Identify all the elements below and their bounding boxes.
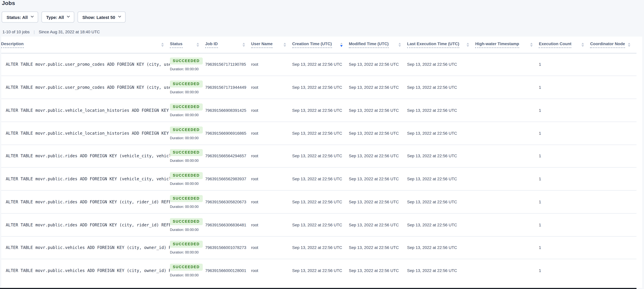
creation-time-cell: Sep 13, 2022 at 22:56 UTC	[292, 145, 349, 168]
table-row: ALTER TABLE movr.public.rides ADD FOREIG…	[1, 145, 636, 168]
execution-count-cell: 1	[539, 53, 590, 76]
user-name-cell: root	[251, 190, 292, 213]
execution-count-cell: 1	[539, 168, 590, 190]
duration-text: Duration: 00:00:00	[170, 250, 205, 254]
high-water-cell	[475, 99, 539, 122]
column-label: High-water Timestamp	[475, 41, 519, 48]
modified-time-cell: Sep 13, 2022 at 22:56 UTC	[349, 213, 407, 236]
modified-time-cell: Sep 13, 2022 at 22:56 UTC	[349, 145, 407, 168]
job-id-cell: 796391566001078273	[205, 236, 251, 259]
execution-count-cell: 1	[539, 122, 590, 145]
modified-time-cell: Sep 13, 2022 at 22:56 UTC	[349, 259, 407, 282]
type-filter-dropdown[interactable]: Type: All	[41, 12, 74, 23]
duration-text: Duration: 00:00:00	[170, 113, 205, 117]
column-label: Last Execution Time (UTC)	[407, 41, 459, 48]
modified-time-cell: Sep 13, 2022 at 22:56 UTC	[349, 236, 407, 259]
job-description-cell[interactable]: ALTER TABLE movr.public.vehicles ADD FOR…	[1, 259, 170, 282]
job-description-cell[interactable]: ALTER TABLE movr.public.vehicles ADD FOR…	[1, 236, 170, 259]
creation-time-cell: Sep 13, 2022 at 22:56 UTC	[292, 259, 349, 282]
table-header-row: DescriptionStatusJob IDUser NameCreation…	[1, 37, 636, 53]
status-badge: SUCCEEDED	[170, 195, 202, 202]
table-row: ALTER TABLE movr.public.vehicles ADD FOR…	[1, 259, 636, 282]
results-count: 1-10 of 10 jobs	[2, 29, 30, 34]
column-header-high-water[interactable]: High-water Timestamp	[475, 37, 539, 53]
table-row: ALTER TABLE movr.public.user_promo_codes…	[1, 76, 636, 99]
sort-arrows-icon	[398, 43, 401, 47]
column-label: Description	[1, 41, 24, 48]
chevron-down-icon	[67, 15, 70, 18]
status-badge: SUCCEEDED	[170, 264, 202, 271]
creation-time-cell: Sep 13, 2022 at 22:56 UTC	[292, 168, 349, 190]
table-row: ALTER TABLE movr.public.rides ADD FOREIG…	[1, 168, 636, 190]
column-header-status[interactable]: Status	[170, 37, 205, 53]
status-badge: SUCCEEDED	[170, 81, 202, 88]
job-id-cell: 796391566562983937	[205, 168, 251, 190]
column-label: Coordinator Node	[590, 41, 625, 48]
table-row: ALTER TABLE movr.public.rides ADD FOREIG…	[1, 213, 636, 236]
coordinator-node-cell	[590, 76, 636, 99]
job-status-cell: SUCCEEDEDDuration: 00:00:00	[170, 213, 205, 236]
execution-count-cell: 1	[539, 145, 590, 168]
jobs-table: DescriptionStatusJob IDUser NameCreation…	[1, 37, 636, 282]
coordinator-node-cell	[590, 53, 636, 76]
execution-count-cell: 1	[539, 76, 590, 99]
execution-count-cell: 1	[539, 259, 590, 282]
coordinator-node-cell	[590, 259, 636, 282]
column-label: Execution Count	[539, 41, 571, 48]
column-header-user-name[interactable]: User Name	[251, 37, 292, 53]
column-header-last-execution-time[interactable]: Last Execution Time (UTC)	[407, 37, 475, 53]
column-header-coordinator-node[interactable]: Coordinator Node	[590, 37, 636, 53]
job-id-cell: 796391566564294657	[205, 145, 251, 168]
job-status-cell: SUCCEEDEDDuration: 00:00:00	[170, 190, 205, 213]
job-description-cell[interactable]: ALTER TABLE movr.public.user_promo_codes…	[1, 76, 170, 99]
sort-arrows-icon	[284, 43, 286, 47]
sort-arrows-icon	[628, 43, 630, 47]
sort-arrows-icon	[196, 43, 199, 47]
high-water-cell	[475, 53, 539, 76]
user-name-cell: root	[251, 53, 292, 76]
last-execution-time-cell: Sep 13, 2022 at 22:56 UTC	[407, 145, 475, 168]
job-description-cell[interactable]: ALTER TABLE movr.public.user_promo_codes…	[1, 53, 170, 76]
last-execution-time-cell: Sep 13, 2022 at 22:56 UTC	[407, 99, 475, 122]
jobs-table-card: DescriptionStatusJob IDUser NameCreation…	[1, 37, 642, 288]
creation-time-cell: Sep 13, 2022 at 22:56 UTC	[292, 213, 349, 236]
user-name-cell: root	[251, 99, 292, 122]
job-description-cell[interactable]: ALTER TABLE movr.public.vehicle_location…	[1, 122, 170, 145]
job-description-cell[interactable]: ALTER TABLE movr.public.rides ADD FOREIG…	[1, 190, 170, 213]
last-execution-time-cell: Sep 13, 2022 at 22:56 UTC	[407, 53, 475, 76]
creation-time-cell: Sep 13, 2022 at 22:56 UTC	[292, 190, 349, 213]
results-separator: |	[34, 29, 34, 34]
sort-arrows-icon	[530, 43, 533, 47]
status-filter-label: Status: All	[6, 15, 28, 20]
job-description-cell[interactable]: ALTER TABLE movr.public.rides ADD FOREIG…	[1, 145, 170, 168]
jobs-page: Jobs Status: All Type: All Show: Latest …	[0, 0, 644, 289]
job-description-cell[interactable]: ALTER TABLE movr.public.rides ADD FOREIG…	[1, 213, 170, 236]
column-header-execution-count[interactable]: Execution Count	[539, 37, 590, 53]
column-header-description[interactable]: Description	[1, 37, 170, 53]
sort-arrows-icon	[340, 43, 343, 47]
job-description-cell[interactable]: ALTER TABLE movr.public.rides ADD FOREIG…	[1, 168, 170, 190]
show-filter-dropdown[interactable]: Show: Latest 50	[78, 12, 125, 23]
show-filter-label: Show: Latest 50	[82, 15, 115, 20]
creation-time-cell: Sep 13, 2022 at 22:56 UTC	[292, 99, 349, 122]
chevron-down-icon	[31, 15, 34, 18]
table-row: ALTER TABLE movr.public.vehicle_location…	[1, 122, 636, 145]
column-header-creation-time[interactable]: Creation Time (UTC)	[292, 37, 349, 53]
high-water-cell	[475, 213, 539, 236]
column-header-modified-time[interactable]: Modified Time (UTC)	[349, 37, 407, 53]
table-row: ALTER TABLE movr.public.vehicle_location…	[1, 99, 636, 122]
last-execution-time-cell: Sep 13, 2022 at 22:56 UTC	[407, 190, 475, 213]
duration-text: Duration: 00:00:00	[170, 182, 205, 186]
coordinator-node-cell	[590, 236, 636, 259]
column-header-job-id[interactable]: Job ID	[205, 37, 251, 53]
creation-time-cell: Sep 13, 2022 at 22:56 UTC	[292, 122, 349, 145]
status-filter-dropdown[interactable]: Status: All	[2, 12, 38, 23]
user-name-cell: root	[251, 213, 292, 236]
high-water-cell	[475, 168, 539, 190]
execution-count-cell: 1	[539, 236, 590, 259]
job-id-cell: 796391566000128001	[205, 259, 251, 282]
last-execution-time-cell: Sep 13, 2022 at 22:56 UTC	[407, 122, 475, 145]
job-description-cell[interactable]: ALTER TABLE movr.public.vehicle_location…	[1, 99, 170, 122]
duration-text: Duration: 00:00:00	[170, 67, 205, 71]
coordinator-node-cell	[590, 213, 636, 236]
